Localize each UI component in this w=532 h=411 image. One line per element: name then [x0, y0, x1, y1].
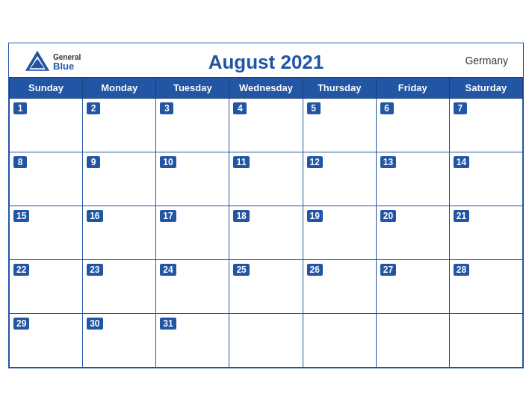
calendar-day-cell: 23 [83, 260, 156, 314]
calendar-header: General Blue August 2021 Germany [9, 43, 523, 77]
header-friday: Friday [376, 78, 449, 99]
calendar-day-cell: 16 [83, 206, 156, 260]
calendar-day-cell: 5 [303, 99, 376, 152]
day-number: 3 [160, 102, 173, 114]
calendar-week-row: 1234567 [10, 99, 523, 152]
calendar-day-cell: 25 [229, 260, 303, 314]
day-number: 17 [160, 210, 176, 222]
calendar-day-cell: 26 [303, 260, 376, 314]
day-number: 12 [307, 156, 323, 168]
day-number: 28 [454, 264, 469, 276]
day-number: 8 [13, 156, 27, 168]
calendar-day-cell: 14 [449, 152, 522, 206]
day-number: 18 [233, 210, 249, 222]
calendar-day-cell: 27 [376, 260, 449, 314]
calendar-day-cell: 11 [229, 152, 303, 206]
calendar-week-row: 15161718192021 [10, 206, 523, 260]
calendar-day-cell: 29 [10, 314, 83, 368]
calendar-day-cell: 17 [156, 206, 229, 260]
calendar-week-row: 293031 [10, 314, 523, 368]
calendar-title: August 2021 [208, 51, 324, 74]
calendar-day-cell: 21 [449, 206, 522, 260]
day-number: 24 [160, 264, 176, 276]
day-number: 30 [87, 318, 102, 330]
day-number: 16 [87, 210, 102, 222]
calendar-day-cell [376, 314, 449, 368]
calendar-day-cell: 8 [10, 152, 83, 206]
header-sunday: Sunday [10, 78, 83, 99]
day-number: 5 [307, 102, 321, 114]
day-number: 7 [454, 102, 467, 114]
day-number: 13 [380, 156, 396, 168]
day-number: 10 [160, 156, 176, 168]
calendar-day-cell [229, 314, 303, 368]
day-number: 23 [87, 264, 102, 276]
header-saturday: Saturday [449, 78, 522, 99]
day-number: 15 [13, 210, 29, 222]
day-number: 9 [87, 156, 100, 168]
country-label: Germany [465, 55, 508, 67]
calendar-day-cell: 1 [10, 99, 83, 152]
brand-text: General Blue [53, 53, 81, 72]
calendar-day-cell [303, 314, 376, 368]
calendar: General Blue August 2021 Germany Sunday … [8, 43, 524, 368]
calendar-day-cell: 22 [10, 260, 83, 314]
calendar-day-cell: 10 [156, 152, 229, 206]
day-number: 1 [13, 102, 27, 114]
brand-logo-area: General Blue [24, 49, 81, 76]
calendar-table: Sunday Monday Tuesday Wednesday Thursday… [9, 77, 523, 368]
calendar-day-cell: 18 [229, 206, 303, 260]
header-thursday: Thursday [303, 78, 376, 99]
day-number: 25 [233, 264, 249, 276]
calendar-day-cell: 30 [83, 314, 156, 368]
calendar-day-cell: 2 [83, 99, 156, 152]
calendar-day-cell: 6 [376, 99, 449, 152]
calendar-day-cell: 20 [376, 206, 449, 260]
calendar-day-cell: 4 [229, 99, 303, 152]
calendar-day-cell: 19 [303, 206, 376, 260]
calendar-day-cell: 24 [156, 260, 229, 314]
day-number: 21 [454, 210, 469, 222]
day-number: 26 [307, 264, 323, 276]
day-number: 6 [380, 102, 394, 114]
brand-logo-icon [24, 49, 51, 76]
calendar-week-row: 22232425262728 [10, 260, 523, 314]
header-tuesday: Tuesday [156, 78, 229, 99]
calendar-body: 1234567891011121314151617181920212223242… [10, 99, 523, 368]
day-number: 11 [233, 156, 249, 168]
day-number: 29 [13, 318, 29, 330]
calendar-day-cell [449, 314, 522, 368]
calendar-day-cell: 15 [10, 206, 83, 260]
calendar-day-cell: 3 [156, 99, 229, 152]
header-monday: Monday [83, 78, 156, 99]
calendar-day-cell: 12 [303, 152, 376, 206]
day-number: 20 [380, 210, 396, 222]
day-number: 22 [13, 264, 29, 276]
day-number: 19 [307, 210, 323, 222]
calendar-day-cell: 7 [449, 99, 522, 152]
day-number: 27 [380, 264, 396, 276]
day-number: 31 [160, 318, 176, 330]
calendar-day-cell: 13 [376, 152, 449, 206]
brand-blue-label: Blue [53, 61, 81, 72]
day-number: 14 [454, 156, 469, 168]
weekday-header-row: Sunday Monday Tuesday Wednesday Thursday… [10, 78, 523, 99]
calendar-day-cell: 28 [449, 260, 522, 314]
day-number: 4 [233, 102, 247, 114]
day-number: 2 [87, 102, 100, 114]
header-wednesday: Wednesday [229, 78, 303, 99]
calendar-day-cell: 9 [83, 152, 156, 206]
calendar-week-row: 891011121314 [10, 152, 523, 206]
calendar-day-cell: 31 [156, 314, 229, 368]
